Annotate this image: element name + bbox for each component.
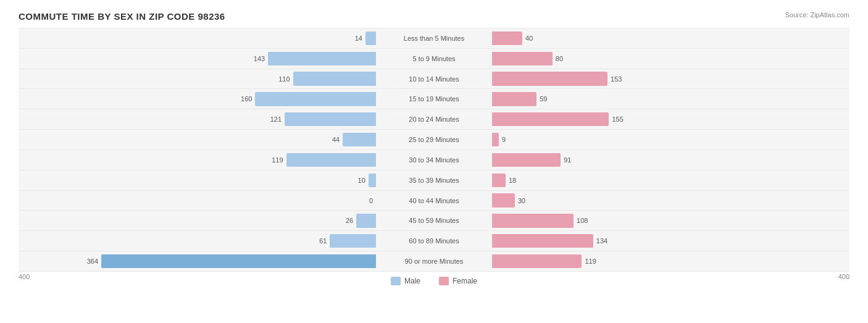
female-value: 9 (502, 136, 519, 143)
female-value: 155 (612, 115, 629, 123)
female-value: 91 (564, 156, 581, 164)
right-section: 40 (490, 28, 849, 48)
row-label: 15 to 19 Minutes (378, 95, 490, 103)
legend-female-box (439, 277, 449, 285)
female-value: 40 (525, 35, 543, 42)
table-row: 44 25 to 29 Minutes 9 (19, 129, 849, 149)
bar-female (492, 234, 593, 248)
row-label: 90 or more Minutes (378, 258, 490, 265)
bar-male (293, 72, 376, 85)
female-value: 134 (596, 237, 614, 245)
table-row: 364 90 or more Minutes 119 (19, 251, 849, 272)
bar-female (492, 254, 582, 268)
male-bar-wrap: 10 (74, 174, 376, 187)
table-row: 10 35 to 39 Minutes 18 (19, 170, 849, 190)
left-section: 110 (19, 69, 378, 89)
male-bar-wrap: 44 (74, 133, 376, 146)
bar-female (492, 133, 499, 146)
male-value: 0 (356, 197, 373, 204)
male-value: 61 (309, 237, 327, 245)
male-bar-wrap: 364 (74, 254, 376, 268)
bar-female (492, 214, 574, 227)
bar-female (492, 72, 607, 85)
table-row: 121 20 to 24 Minutes 155 (19, 109, 849, 129)
female-value: 153 (611, 75, 628, 83)
bar-male (286, 153, 376, 167)
bar-female (492, 193, 515, 207)
male-value: 121 (264, 115, 282, 123)
male-value: 364 (81, 258, 98, 265)
bar-female (492, 92, 536, 106)
bar-female (492, 31, 522, 45)
female-bar-wrap: 153 (492, 72, 794, 85)
female-value: 18 (509, 177, 526, 184)
right-section: 9 (490, 130, 849, 149)
female-bar-wrap: 40 (492, 31, 794, 45)
left-section: 61 (19, 231, 378, 251)
row-label: 45 to 59 Minutes (378, 217, 490, 224)
bar-female (492, 112, 609, 126)
right-section: 30 (490, 191, 849, 211)
male-value: 14 (345, 35, 362, 42)
left-section: 143 (19, 49, 378, 69)
table-row: 0 40 to 44 Minutes 30 (19, 190, 849, 211)
bar-male (285, 112, 376, 126)
male-bar-wrap: 143 (74, 52, 376, 65)
female-bar-wrap: 134 (492, 234, 794, 248)
legend-male: Male (391, 277, 420, 285)
bar-male (330, 234, 376, 248)
legend: Male Female (391, 277, 477, 285)
male-value: 110 (273, 75, 290, 83)
right-section: 91 (490, 150, 849, 170)
axis-row: 400 Male Female 400 (19, 273, 849, 285)
female-value: 108 (577, 217, 594, 224)
female-value: 30 (518, 197, 535, 204)
left-section: 364 (19, 251, 378, 271)
row-label: Less than 5 Minutes (378, 35, 490, 42)
legend-female: Female (439, 277, 477, 285)
female-bar-wrap: 18 (492, 174, 794, 187)
left-section: 44 (19, 130, 378, 149)
female-bar-wrap: 155 (492, 112, 794, 126)
female-value: 80 (556, 55, 573, 62)
table-row: 61 60 to 89 Minutes 134 (19, 230, 849, 251)
left-section: 0 (19, 191, 378, 211)
male-bar-wrap: 14 (74, 31, 376, 45)
right-section: 59 (490, 89, 849, 109)
male-bar-wrap: 61 (74, 234, 376, 248)
male-value: 44 (322, 136, 340, 143)
right-section: 119 (490, 251, 849, 271)
left-section: 14 (19, 28, 378, 48)
male-value: 119 (266, 156, 283, 164)
right-section: 134 (490, 231, 849, 251)
row-label: 30 to 34 Minutes (378, 156, 490, 164)
row-label: 5 to 9 Minutes (378, 55, 490, 62)
female-bar-wrap: 108 (492, 214, 794, 227)
male-bar-wrap: 121 (74, 112, 376, 126)
table-row: 110 10 to 14 Minutes 153 (19, 69, 849, 89)
legend-male-label: Male (404, 277, 420, 285)
male-value: 160 (235, 95, 252, 103)
bar-male (255, 92, 376, 106)
row-label: 35 to 39 Minutes (378, 177, 490, 184)
bar-female (492, 52, 553, 65)
female-bar-wrap: 9 (492, 133, 794, 146)
male-bar-wrap: 119 (74, 153, 376, 167)
right-section: 108 (490, 211, 849, 230)
bar-male (343, 133, 376, 146)
table-row: 119 30 to 34 Minutes 91 (19, 149, 849, 170)
male-bar-wrap: 110 (74, 72, 376, 85)
bar-male (356, 214, 376, 227)
male-value: 143 (248, 55, 265, 62)
female-bar-wrap: 30 (492, 193, 794, 207)
female-bar-wrap: 80 (492, 52, 794, 65)
left-section: 160 (19, 89, 378, 109)
bar-male (365, 31, 376, 45)
bar-female (492, 174, 506, 187)
axis-right: 400 (838, 273, 849, 285)
left-section: 121 (19, 109, 378, 129)
right-section: 80 (490, 49, 849, 69)
right-section: 18 (490, 170, 849, 190)
bar-female (492, 153, 561, 167)
right-section: 153 (490, 69, 849, 89)
